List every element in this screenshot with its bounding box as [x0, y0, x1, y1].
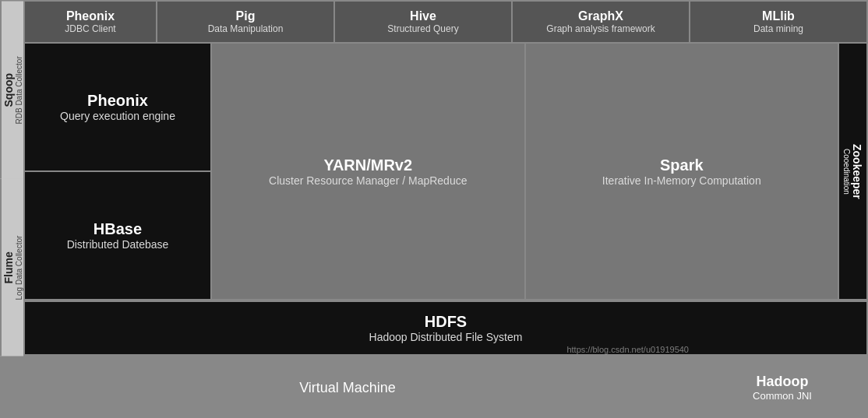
spark-sub: Iterative In-Memory Computation: [602, 174, 761, 187]
hdfs-sub: Hadoop Distributed File System: [369, 331, 523, 343]
vm-label: Virtual Machine: [299, 380, 396, 396]
hbase-title: HBase: [94, 220, 142, 238]
zookeeper-sub-text: Cooedination: [842, 149, 851, 195]
mllib-title: MLlib: [762, 9, 795, 23]
hbase-box: HBase Distributed Datebase: [25, 172, 210, 299]
yarn-title: YARN/MRv2: [323, 156, 412, 174]
sqoop-main-text: Sqoop: [2, 73, 15, 107]
hdfs-row: HDFS Hadoop Distributed File System: [25, 300, 866, 354]
graphx-sub: Graph analysis framework: [546, 23, 655, 34]
flume-label: Flume Log Data Collector: [0, 179, 23, 357]
graphx-title: GraphX: [578, 9, 623, 23]
pheonix-engine-sub: Query execution engine: [60, 110, 175, 122]
middle-center: YARN/MRv2 Cluster Resource Manager / Map…: [212, 44, 839, 299]
hadoop-common-title: Hadoop: [757, 374, 809, 390]
hbase-sub: Distributed Datebase: [67, 238, 169, 251]
mllib-box: MLlib Data mining: [690, 2, 866, 42]
sqoop-sub-text: RDB Data Collector: [15, 56, 23, 124]
zookeeper-main-text: Zookeeper: [851, 144, 863, 199]
watermark: https://blog.csdn.net/u01919540: [566, 345, 689, 354]
hive-box: Hive Structured Query: [335, 2, 513, 42]
pig-box: Pig Data Manipulation: [157, 2, 335, 42]
main-container: Sqoop RDB Data Collector Flume Log Data …: [0, 0, 868, 418]
diagram-area: Sqoop RDB Data Collector Flume Log Data …: [0, 0, 868, 356]
top-row: Pheonix JDBC Client Pig Data Manipulatio…: [25, 2, 866, 44]
vm-box: Virtual Machine: [0, 357, 697, 418]
center-content: Pheonix JDBC Client Pig Data Manipulatio…: [23, 0, 868, 356]
bottom-row: Virtual Machine Hadoop Common JNI: [0, 356, 868, 418]
hive-sub: Structured Query: [387, 23, 458, 34]
zookeeper-box: Zookeeper Cooedination: [839, 44, 866, 299]
hadoop-common-sub: Common JNI: [753, 390, 812, 402]
pig-title: Pig: [236, 9, 256, 23]
mllib-sub: Data mining: [753, 23, 803, 34]
sqoop-label: Sqoop RDB Data Collector: [0, 0, 23, 179]
middle-left: Pheonix Query execution engine HBase Dis…: [25, 44, 212, 299]
spark-box: Spark Iterative In-Memory Computation: [526, 44, 838, 299]
pheonix-jdbc-title: Pheonix: [66, 9, 115, 23]
pheonix-jdbc-box: Pheonix JDBC Client: [25, 2, 157, 42]
yarn-box: YARN/MRv2 Cluster Resource Manager / Map…: [212, 44, 526, 299]
pheonix-engine-box: Pheonix Query execution engine: [25, 44, 210, 172]
pheonix-engine-title: Pheonix: [87, 92, 148, 110]
spark-title: Spark: [660, 156, 704, 174]
left-labels: Sqoop RDB Data Collector Flume Log Data …: [0, 0, 23, 356]
flume-sub-text: Log Data Collector: [15, 235, 23, 300]
hdfs-title: HDFS: [425, 313, 467, 331]
hive-title: Hive: [410, 9, 436, 23]
pheonix-jdbc-sub: JDBC Client: [65, 23, 115, 34]
graphx-box: GraphX Graph analysis framework: [513, 2, 690, 42]
middle-row: Pheonix Query execution engine HBase Dis…: [25, 44, 866, 300]
yarn-sub: Cluster Resource Manager / MapReduce: [269, 174, 467, 187]
hadoop-common-box: Hadoop Common JNI: [697, 357, 868, 418]
pig-sub: Data Manipulation: [208, 23, 284, 34]
flume-main-text: Flume: [2, 251, 15, 283]
